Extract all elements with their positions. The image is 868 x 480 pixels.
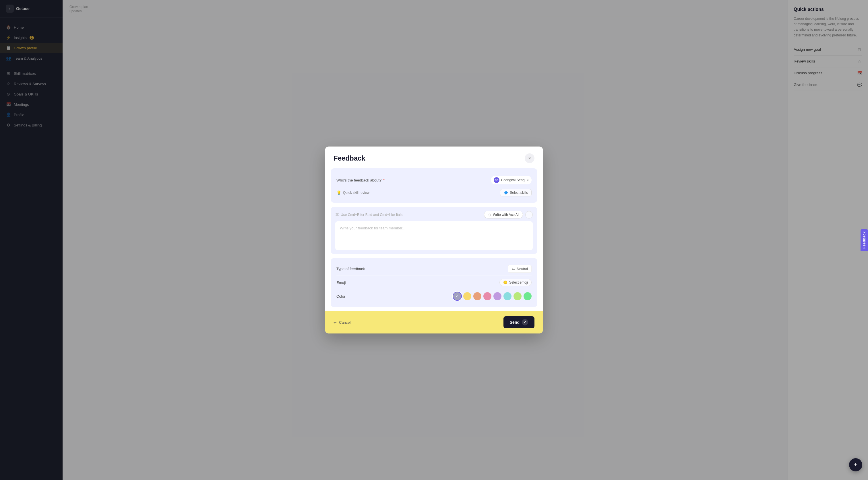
undo-icon: ↩ xyxy=(334,320,337,324)
send-check-icon: ✓ xyxy=(522,319,528,325)
editor-placeholder: Write your feedback for team member... xyxy=(340,226,405,230)
recipient-tag[interactable]: CS Chongkal Seng × xyxy=(491,176,532,184)
recipient-name: Chongkal Seng xyxy=(501,178,525,182)
editor-hint: ⌘ Use Cmd+B for Bold and Cmd+I for Itali… xyxy=(335,212,403,217)
feedback-side-tab[interactable]: Feedback xyxy=(861,229,868,251)
ai-diamond-icon: ◇ xyxy=(488,212,491,217)
color-swatch-teal[interactable] xyxy=(503,292,512,300)
recipient-label: Who's the feedback about? * xyxy=(336,178,384,182)
close-icon: × xyxy=(528,156,531,161)
feedback-type-value: Neutral xyxy=(517,267,528,271)
type-of-feedback-label: Type of feedback xyxy=(336,267,365,271)
skills-icon: 🔷 xyxy=(504,191,508,195)
color-swatch-purple[interactable] xyxy=(493,292,501,300)
required-mark: * xyxy=(383,178,384,182)
add-content-button[interactable]: + xyxy=(525,211,533,218)
plus-icon: + xyxy=(528,212,530,217)
cancel-button[interactable]: ↩ Cancel xyxy=(334,320,350,324)
color-swatch-default[interactable]: ✓ xyxy=(453,292,461,300)
recipient-section: Who's the feedback about? * CS Chongkal … xyxy=(331,168,537,203)
editor-toolbar: ⌘ Use Cmd+B for Bold and Cmd+I for Itali… xyxy=(335,211,533,218)
type-of-feedback-row: Type of feedback 🏷 Neutral xyxy=(336,262,532,276)
modal-overlay[interactable]: Feedback × Who's the feedback about? * C… xyxy=(0,0,868,480)
recipient-row: Who's the feedback about? * CS Chongkal … xyxy=(336,173,532,187)
modal-body: Who's the feedback about? * CS Chongkal … xyxy=(325,168,543,311)
color-swatch-yellow[interactable] xyxy=(463,292,471,300)
send-button[interactable]: Send ✓ xyxy=(503,316,534,328)
color-swatch-green[interactable] xyxy=(524,292,532,300)
write-with-ai-button[interactable]: ◇ Write with Ace AI xyxy=(484,211,523,218)
fab-button[interactable]: + xyxy=(849,458,862,471)
color-swatch-pink[interactable] xyxy=(484,292,491,300)
avatar: CS xyxy=(494,177,499,183)
color-swatches: ✓ xyxy=(453,292,532,300)
modal-footer: ↩ Cancel Send ✓ xyxy=(325,311,543,334)
modal-close-button[interactable]: × xyxy=(525,153,534,163)
color-swatch-light-green[interactable] xyxy=(514,292,522,300)
emoji-row: Emoji 🙂 Select emoji xyxy=(336,276,532,289)
editor-section: ⌘ Use Cmd+B for Bold and Cmd+I for Itali… xyxy=(331,207,537,254)
tag-icon: 🏷 xyxy=(512,267,515,271)
modal-title: Feedback xyxy=(334,154,365,162)
feedback-modal: Feedback × Who's the feedback about? * C… xyxy=(325,146,543,334)
remove-recipient-icon[interactable]: × xyxy=(527,178,529,182)
select-emoji-button[interactable]: 🙂 Select emoji xyxy=(499,279,532,286)
options-section: Type of feedback 🏷 Neutral Emoji 🙂 Selec… xyxy=(331,258,537,307)
modal-header: Feedback × xyxy=(325,146,543,168)
feedback-tab-label[interactable]: Feedback xyxy=(861,229,868,251)
color-swatch-orange[interactable] xyxy=(473,292,482,300)
quick-skill-review-label: 💡 Quick skill review xyxy=(336,191,369,195)
smiley-icon: 🙂 xyxy=(503,280,507,284)
color-label: Color xyxy=(336,294,345,299)
skill-review-row: 💡 Quick skill review 🔷 Select skills xyxy=(336,187,532,198)
fab-plus-icon: + xyxy=(854,461,858,469)
editor-area[interactable]: Write your feedback for team member... xyxy=(335,221,533,250)
select-skills-button[interactable]: 🔷 Select skills xyxy=(500,189,532,197)
feedback-type-button[interactable]: 🏷 Neutral xyxy=(508,265,532,273)
color-row: Color ✓ xyxy=(336,289,532,303)
bulb-icon: 💡 xyxy=(336,191,341,195)
emoji-label: Emoji xyxy=(336,280,346,285)
cmd-icon: ⌘ xyxy=(335,212,339,217)
